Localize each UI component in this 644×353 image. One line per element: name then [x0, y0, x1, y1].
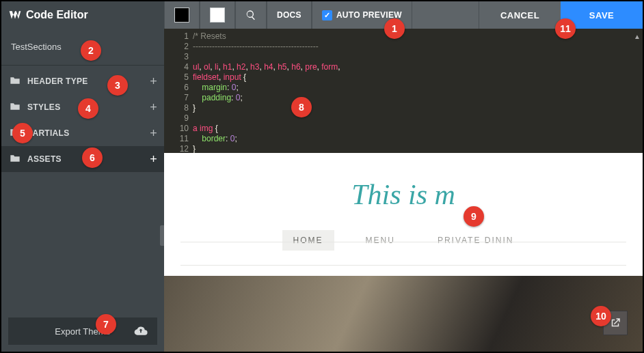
top-toolbar: Code Editor DOCS AUTO PREVIEW CANCEL SAV… — [1, 1, 643, 29]
preview-nav: HOMEMENUPRIVATE DININ — [282, 230, 525, 251]
export-theme-button[interactable]: Export Theme — [8, 317, 157, 345]
folder-icon — [10, 76, 21, 87]
add-icon[interactable]: + — [150, 126, 157, 141]
brand-box: Code Editor — [1, 1, 164, 29]
code-content[interactable]: /* Resets-------------------------------… — [193, 29, 634, 153]
annotation-badge: 2 — [81, 40, 101, 61]
preview-nav-item[interactable]: HOME — [282, 230, 334, 251]
toolbar-tools: DOCS AUTO PREVIEW — [164, 1, 412, 29]
annotation-badge: 11 — [555, 18, 576, 39]
search-button[interactable] — [235, 1, 267, 29]
folder-icon — [10, 102, 21, 113]
annotation-badge: 8 — [291, 97, 312, 117]
annotation-badge: 4 — [78, 98, 98, 119]
add-icon[interactable]: + — [150, 74, 157, 89]
add-icon[interactable]: + — [150, 152, 157, 167]
preview-hero-image — [164, 276, 643, 352]
annotation-badge: 10 — [591, 306, 611, 326]
annotation-badge: 1 — [384, 18, 405, 39]
cloud-upload-icon — [134, 326, 148, 337]
annotation-badge: 3 — [107, 75, 128, 96]
folder-label: HEADER TYPE — [27, 76, 88, 86]
external-link-icon — [609, 317, 621, 329]
preview-pane: This is m HOMEMENUPRIVATE DININ — [164, 153, 643, 352]
line-number-gutter: 12345678910111213 — [164, 29, 193, 153]
sidebar: TestSections HEADER TYPE+STYLES+PARTIALS… — [1, 29, 164, 352]
preview-nav-item[interactable]: MENU — [355, 230, 406, 251]
preview-nav-item[interactable]: PRIVATE DININ — [427, 230, 525, 251]
app-title: Code Editor — [26, 9, 88, 21]
annotation-badge: 9 — [464, 206, 484, 227]
add-icon[interactable]: + — [150, 100, 157, 115]
folder-label: STYLES — [27, 102, 60, 112]
annotation-badge: 6 — [82, 147, 103, 168]
theme-dark-swatch[interactable] — [164, 1, 200, 29]
site-title: This is m — [351, 178, 455, 211]
theme-light-swatch[interactable] — [200, 1, 235, 29]
docs-button[interactable]: DOCS — [267, 1, 312, 29]
cancel-button[interactable]: CANCEL — [479, 1, 561, 29]
weebly-logo-icon — [8, 8, 22, 22]
annotation-badge: 5 — [12, 123, 33, 143]
sidebar-folder[interactable]: HEADER TYPE+ — [1, 68, 164, 94]
checkbox-checked-icon — [322, 10, 332, 20]
code-editor[interactable]: ▲ 12345678910111213 /* Resets-----------… — [164, 29, 643, 153]
folder-icon — [10, 154, 21, 165]
folder-label: PARTIALS — [27, 128, 70, 138]
folder-label: ASSETS — [27, 154, 62, 164]
annotation-badge: 7 — [96, 314, 116, 335]
preview-header-area: This is m HOMEMENUPRIVATE DININ — [164, 153, 643, 276]
scroll-up-arrow-icon[interactable]: ▲ — [634, 31, 641, 42]
